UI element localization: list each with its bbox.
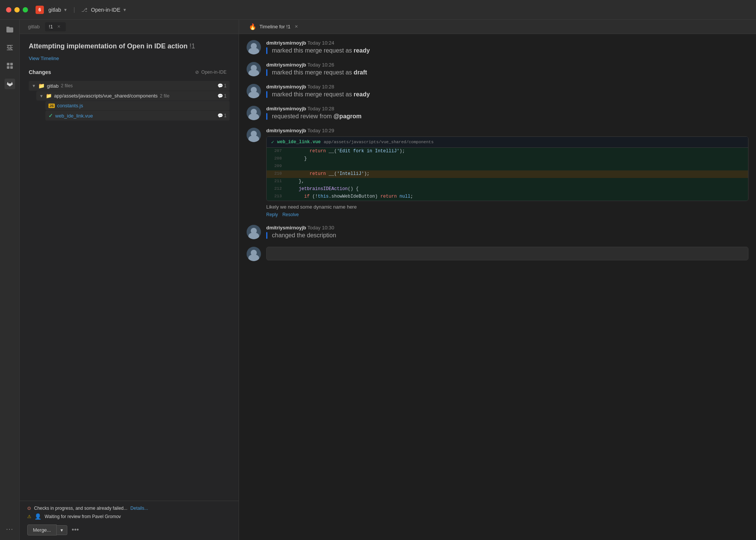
vue-comment-count: 1 [224, 113, 227, 118]
event-3-bold: ready [354, 91, 370, 97]
main-container: ··· gitlab !1 ✕ Attempting implementatio… [0, 20, 756, 540]
file-tree-root[interactable]: ▼ 📁 gitlab 2 files 💬 1 [29, 81, 230, 91]
timeline-event-4: dmitriysmirnoyjb Today 10:28 requested r… [247, 106, 748, 120]
event-3-bar [266, 91, 267, 98]
sidebar-item-search[interactable] [5, 42, 15, 53]
timeline-tab-close[interactable]: ✕ [293, 24, 300, 30]
tab-mr1-close[interactable]: ✕ [56, 24, 62, 30]
comment-input[interactable] [266, 247, 748, 260]
svg-rect-3 [7, 66, 9, 69]
event-2-action: marked this merge request as [272, 69, 352, 76]
avatar-6 [247, 225, 261, 239]
event-3-action: marked this merge request as [272, 91, 352, 97]
vue-filename: web_ide_link.vue [55, 113, 93, 119]
folder-left: ▼ 📁 app/assets/javascripts/vue_shared/co… [39, 93, 169, 99]
file-web-ide-link-vue[interactable]: ✓ web_ide_link.vue 💬 1 [45, 111, 230, 121]
warning-icon: ⚠ [27, 514, 31, 519]
event-1-time: Today 10:24 [307, 40, 334, 46]
timeline-event-6: dmitriysmirnoyjb Today 10:30 changed the… [247, 225, 748, 239]
mr-title: Attempting implementation of Open in IDE… [29, 42, 230, 51]
view-timeline-link[interactable]: View Timeline [29, 56, 59, 61]
left-footer: ⊙ Checks in progress, and some already f… [20, 501, 239, 540]
link-icon: ⊘ [195, 70, 199, 75]
more-options-button[interactable]: ••• [70, 525, 81, 535]
event-4-action: requested review from [272, 113, 332, 119]
app-name: gitlab [48, 7, 61, 13]
maximize-button[interactable] [23, 7, 28, 12]
code-block: ✓ web_ide_link.vue app/assets/javascript… [266, 136, 748, 201]
line-content-207: return __('Edit fork in IntelliJ'); [285, 148, 408, 155]
gitlab-flame-icon: 🔥 [249, 23, 256, 30]
details-link[interactable]: Details... [130, 506, 148, 511]
event-4-time: Today 10:28 [307, 106, 334, 111]
js-badge: JS [48, 104, 55, 108]
event-3-text: marked this merge request as ready [272, 91, 370, 98]
file-constants-js[interactable]: JS constants.js [45, 101, 230, 110]
file-tree: ▼ 📁 gitlab 2 files 💬 1 ▼ [29, 81, 230, 121]
vue-check-icon: ✓ [48, 113, 53, 119]
app-chevron-icon: ▼ [63, 8, 67, 12]
event-1-bar [266, 47, 267, 54]
folder-comment-count: 1 [224, 93, 227, 99]
svg-rect-2 [10, 63, 13, 65]
code-line-211: 211 }, [267, 178, 748, 186]
resolve-link[interactable]: Resolve [283, 212, 299, 217]
event-1-body: dmitriysmirnoyjb Today 10:24 marked this… [266, 40, 748, 54]
review-status: ⚠ 👤 Waiting for review from Pavel Gromov [27, 513, 231, 520]
event-5-header: dmitriysmirnoyjb Today 10:29 [266, 128, 748, 133]
open-in-ide-button[interactable]: ⊘ Open-in-IDE [192, 68, 230, 76]
tab-gitlab-label: gitlab [28, 24, 40, 29]
line-num-211: 211 [267, 178, 285, 186]
timeline-event-7 [247, 247, 748, 262]
vue-left: ✓ web_ide_link.vue [48, 113, 93, 119]
event-3-header: dmitriysmirnoyjb Today 10:28 [266, 84, 748, 90]
avatar-1 [247, 40, 261, 54]
tab-mr1[interactable]: !1 ✕ [45, 22, 66, 31]
event-5-body: dmitriysmirnoyjb Today 10:29 ✓ web_ide_l… [266, 128, 748, 217]
event-2-bold: draft [354, 69, 367, 76]
left-tab-bar: gitlab !1 ✕ [20, 20, 239, 34]
folder-icon: 📁 [46, 93, 52, 99]
event-2-body: dmitriysmirnoyjb Today 10:26 marked this… [266, 62, 748, 76]
event-5-author: dmitriysmirnoyjb [266, 128, 306, 133]
event-2-text: marked this merge request as draft [272, 69, 367, 76]
code-filename: web_ide_link.vue [277, 139, 321, 145]
merge-dropdown-button[interactable]: ▼ [57, 525, 67, 535]
merge-button-group: Merge... ▼ [27, 525, 67, 535]
comment-text: Likely we need some dynamic name here [266, 204, 748, 210]
avatar-4 [247, 106, 261, 120]
sidebar-item-extensions[interactable] [5, 60, 15, 71]
sidebar-item-gitlab[interactable] [5, 79, 15, 89]
action-bar: Merge... ▼ ••• [27, 525, 231, 535]
tab-mr1-label: !1 [49, 24, 53, 29]
code-block-header: ✓ web_ide_link.vue app/assets/javascript… [267, 137, 748, 148]
line-content-208: } [285, 155, 310, 163]
vue-file-icon: ✓ [271, 139, 274, 145]
sidebar-item-more[interactable]: ··· [5, 523, 15, 534]
event-2-author: dmitriysmirnoyjb [266, 62, 306, 68]
merge-main-button[interactable]: Merge... [27, 525, 57, 535]
right-tab-bar: 🔥 Timeline for !1 ✕ [239, 20, 756, 34]
close-button[interactable] [6, 7, 11, 12]
folder-path: app/assets/javascripts/vue_shared/compon… [54, 93, 158, 99]
minimize-button[interactable] [14, 7, 20, 12]
mr-id: !1 [189, 42, 195, 50]
root-comment-badge: 💬 1 [217, 83, 227, 88]
tab-timeline[interactable]: 🔥 Timeline for !1 ✕ [245, 22, 303, 32]
reply-link[interactable]: Reply [266, 212, 278, 217]
sidebar-item-files[interactable] [5, 24, 15, 35]
code-line-207: 207 return __('Edit fork in IntelliJ'); [267, 148, 748, 155]
file-tree-folder[interactable]: ▼ 📁 app/assets/javascripts/vue_shared/co… [36, 91, 230, 101]
timeline-event-2: dmitriysmirnoyjb Today 10:26 marked this… [247, 62, 748, 76]
avatar-5 [247, 128, 261, 142]
vue-comment-badge: 💬 1 [217, 113, 227, 118]
event-2-bar [266, 69, 267, 76]
constants-left: JS constants.js [48, 103, 83, 108]
branch-label[interactable]: ⎇ Open-in-IDE ▼ [81, 7, 127, 13]
tab-gitlab[interactable]: gitlab [24, 22, 43, 31]
line-num-212: 212 [267, 186, 285, 193]
checks-text: Checks in progress, and some already fai… [34, 506, 127, 511]
folder-icon [6, 26, 13, 33]
app-name-label[interactable]: gitlab ▼ [48, 7, 67, 13]
event-4-content: requested review from @pagrom [266, 113, 748, 120]
